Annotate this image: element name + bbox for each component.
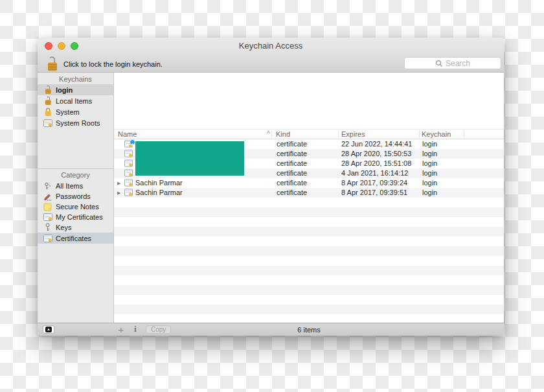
sidebar-item-label: Secure Notes <box>56 203 99 211</box>
cell-name: Sachin Parmar <box>135 178 183 188</box>
traffic-lights <box>45 42 78 50</box>
sidebar: Keychains login <box>38 73 114 323</box>
lock-open-icon <box>43 85 52 95</box>
note-icon <box>43 202 52 212</box>
disclosure-triangle-icon[interactable]: ▶ <box>117 178 120 188</box>
search-field[interactable]: Search <box>404 57 501 69</box>
window-titlebar[interactable]: Keychain Access <box>38 38 504 54</box>
keychain-access-window: Keychain Access Click to lock the login … <box>38 38 504 336</box>
collapse-icon: ▲ <box>45 327 52 332</box>
sidebar-item-system-roots[interactable]: System Roots <box>38 117 113 128</box>
cell-keychain: login <box>422 159 437 168</box>
cell-expires: 4 Jan 2021, 16:14:12 <box>341 168 408 178</box>
sidebar-item-all-items[interactable]: All Items <box>38 181 113 191</box>
column-header-name[interactable]: Name <box>118 130 137 139</box>
sidebar-item-keys[interactable]: Keys <box>38 222 113 233</box>
certificate-icon <box>124 189 133 196</box>
lock-open-icon <box>43 96 52 106</box>
disclosure-triangle-icon[interactable]: ▶ <box>117 188 120 198</box>
sidebar-item-certificates[interactable]: Certificates <box>38 233 113 244</box>
category-section-header: Category <box>38 170 113 180</box>
sidebar-item-label: System <box>56 108 80 116</box>
cell-keychain: login <box>422 168 437 178</box>
column-separator[interactable] <box>271 131 272 137</box>
statusbar: ▲ + i Copy 6 items <box>38 323 504 336</box>
certificate-icon <box>124 169 133 177</box>
sidebar-item-system[interactable]: System <box>38 106 113 117</box>
lock-message: Click to lock the login keychain. <box>63 54 163 73</box>
sidebar-item-label: login <box>56 86 73 94</box>
toolbar: Click to lock the login keychain. Search <box>38 54 504 73</box>
content-area: Keychains login <box>38 73 504 323</box>
cell-kind: certificate <box>277 188 307 198</box>
cell-kind: certificate <box>277 159 307 168</box>
cell-keychain: login <box>422 188 437 198</box>
sidebar-item-local-items[interactable]: Local Items <box>38 95 113 106</box>
lock-closed-icon <box>43 107 52 117</box>
lock-open-icon <box>45 55 60 72</box>
cell-expires: 22 Jun 2022, 14:44:41 <box>341 139 412 149</box>
column-header-kind[interactable]: Kind <box>276 130 290 139</box>
keys-bunch-icon <box>43 181 52 191</box>
cell-expires: 8 Apr 2017, 09:39:24 <box>341 178 407 188</box>
table-header: Name ^ Kind Expires Keychain <box>114 129 504 139</box>
certificates-table: Name ^ Kind Expires Keychain <box>114 73 504 323</box>
sidebar-item-my-certificates[interactable]: My Certificates <box>38 212 113 222</box>
sidebar-item-label: Local Items <box>56 97 92 105</box>
transparent-checkerboard-canvas: Keychain Access Click to lock the login … <box>0 0 544 392</box>
table-body: + certificate 22 Jun 2022, 14:44:41 logi… <box>114 139 504 323</box>
table-row[interactable]: ▶ Sachin Parmar certificate 8 Apr 2017, … <box>114 178 504 188</box>
hide-keychains-button[interactable]: ▲ <box>43 325 54 334</box>
certificate-icon <box>43 118 52 128</box>
item-count-label: 6 items <box>114 323 504 336</box>
search-placeholder: Search <box>446 59 470 68</box>
certificate-icon <box>43 213 52 222</box>
column-separator[interactable] <box>338 131 339 137</box>
sidebar-item-label: My Certificates <box>56 213 103 221</box>
sidebar-item-label: Certificates <box>56 235 91 242</box>
sidebar-item-passwords[interactable]: Passwords <box>38 191 113 202</box>
sidebar-item-label: System Roots <box>56 119 100 127</box>
sidebar-item-login[interactable]: login <box>38 84 113 95</box>
sidebar-item-secure-notes[interactable]: Secure Notes <box>38 202 113 212</box>
sidebar-item-label: Keys <box>56 224 71 231</box>
cell-expires: 28 Apr 2020, 15:51:08 <box>341 159 411 168</box>
certificate-icon <box>124 179 133 187</box>
certificate-icon <box>43 233 52 243</box>
cell-keychain: login <box>422 178 437 188</box>
column-separator[interactable] <box>419 131 420 137</box>
window-title: Keychain Access <box>38 38 504 54</box>
cell-kind: certificate <box>277 139 307 149</box>
lock-keychain-button[interactable] <box>45 55 60 72</box>
cell-kind: certificate <box>277 168 307 178</box>
table-row[interactable]: ▶ Sachin Parmar certificate 8 Apr 2017, … <box>114 188 504 198</box>
minimize-window-button[interactable] <box>58 42 65 50</box>
column-separator[interactable] <box>464 131 464 137</box>
certificate-icon <box>124 159 133 167</box>
cell-name: Sachin Parmar <box>135 188 183 198</box>
sidebar-divider <box>38 168 113 169</box>
keychains-section-header: Keychains <box>38 75 113 84</box>
cell-kind: certificate <box>277 149 307 159</box>
column-header-keychain[interactable]: Keychain <box>422 130 451 139</box>
plus-badge-icon: + <box>130 139 135 145</box>
key-icon <box>43 223 52 233</box>
cell-keychain: login <box>422 139 437 149</box>
certificate-icon <box>124 150 133 157</box>
cell-kind: certificate <box>277 178 307 188</box>
column-header-expires[interactable]: Expires <box>341 130 365 139</box>
sidebar-item-label: Passwords <box>56 192 91 200</box>
sidebar-item-label: All Items <box>56 182 83 190</box>
pencil-icon <box>43 192 52 202</box>
zoom-window-button[interactable] <box>71 42 78 50</box>
redaction-overlay <box>135 141 244 176</box>
cell-keychain: login <box>422 149 437 159</box>
search-icon <box>435 60 443 67</box>
sort-ascending-icon: ^ <box>267 130 270 139</box>
cell-expires: 28 Apr 2020, 15:50:53 <box>341 149 411 159</box>
cell-expires: 8 Apr 2017, 09:39:51 <box>341 188 407 198</box>
close-window-button[interactable] <box>45 42 52 50</box>
